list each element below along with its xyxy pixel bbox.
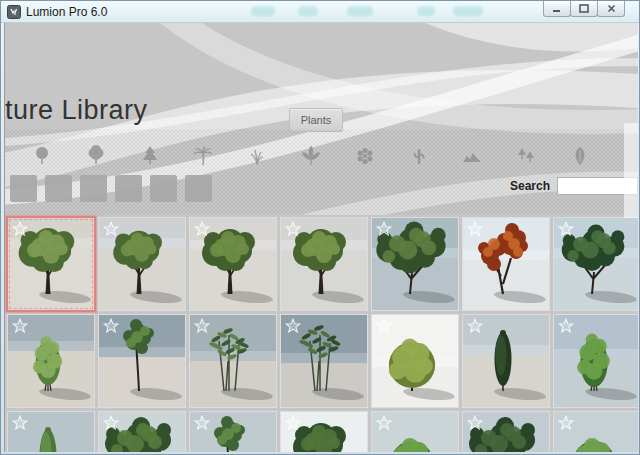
plant-thumbnail[interactable] xyxy=(190,315,276,407)
app-window: Lumion Pro 6.0 ture L xyxy=(0,0,640,455)
plant-thumbnail[interactable] xyxy=(372,412,458,452)
plant-thumbnail[interactable] xyxy=(190,412,276,452)
plant-thumbnail[interactable] xyxy=(99,412,185,452)
favorite-star-icon[interactable] xyxy=(467,318,483,334)
maximize-button[interactable] xyxy=(570,1,598,17)
plant-thumbnail[interactable] xyxy=(554,315,638,407)
favorite-star-icon[interactable] xyxy=(558,415,574,431)
plant-thumbnail[interactable] xyxy=(281,315,367,407)
watermark-blob xyxy=(453,6,483,16)
plant-thumbnail[interactable] xyxy=(554,218,638,310)
plant-thumbnail[interactable] xyxy=(372,315,458,407)
favorite-star-icon[interactable] xyxy=(12,318,28,334)
main-content: ture Library Plants Search xyxy=(4,23,638,452)
favorite-star-icon[interactable] xyxy=(376,221,392,237)
minimize-button[interactable] xyxy=(543,1,571,17)
window-title: Lumion Pro 6.0 xyxy=(26,5,107,19)
app-logo-icon xyxy=(7,5,21,19)
favorite-star-icon[interactable] xyxy=(558,221,574,237)
plant-thumbnail[interactable] xyxy=(8,412,94,452)
favorite-star-icon[interactable] xyxy=(558,318,574,334)
watermark-blob xyxy=(347,6,373,16)
plant-thumbnail[interactable] xyxy=(372,218,458,310)
plant-thumbnail[interactable] xyxy=(463,218,549,310)
favorite-star-icon[interactable] xyxy=(103,318,119,334)
titlebar[interactable]: Lumion Pro 6.0 xyxy=(1,1,639,23)
plant-grid xyxy=(5,23,638,452)
plant-thumbnail[interactable] xyxy=(281,218,367,310)
plant-thumbnail[interactable] xyxy=(99,315,185,407)
favorite-star-icon[interactable] xyxy=(194,415,210,431)
plant-thumbnail[interactable] xyxy=(463,315,549,407)
favorite-star-icon[interactable] xyxy=(467,221,483,237)
favorite-star-icon[interactable] xyxy=(285,415,301,431)
favorite-star-icon[interactable] xyxy=(376,318,392,334)
plant-thumbnail[interactable] xyxy=(99,218,185,310)
watermark-blob xyxy=(417,6,435,16)
favorite-star-icon[interactable] xyxy=(376,415,392,431)
watermark-blob xyxy=(251,6,275,16)
plant-thumbnail[interactable] xyxy=(463,412,549,452)
favorite-star-icon[interactable] xyxy=(103,221,119,237)
window-controls xyxy=(544,1,625,17)
favorite-star-icon[interactable] xyxy=(12,415,28,431)
plant-thumbnail[interactable] xyxy=(281,412,367,452)
close-button[interactable] xyxy=(597,1,625,17)
plant-thumbnail[interactable] xyxy=(190,218,276,310)
favorite-star-icon[interactable] xyxy=(194,318,210,334)
favorite-star-icon[interactable] xyxy=(285,318,301,334)
plant-thumbnail[interactable] xyxy=(8,315,94,407)
favorite-star-icon[interactable] xyxy=(103,415,119,431)
favorite-star-icon[interactable] xyxy=(12,221,28,237)
plant-thumbnail[interactable] xyxy=(554,412,638,452)
favorite-star-icon[interactable] xyxy=(285,221,301,237)
plant-thumbnail[interactable] xyxy=(8,218,94,310)
watermark-blob xyxy=(298,6,318,16)
favorite-star-icon[interactable] xyxy=(194,221,210,237)
favorite-star-icon[interactable] xyxy=(467,415,483,431)
